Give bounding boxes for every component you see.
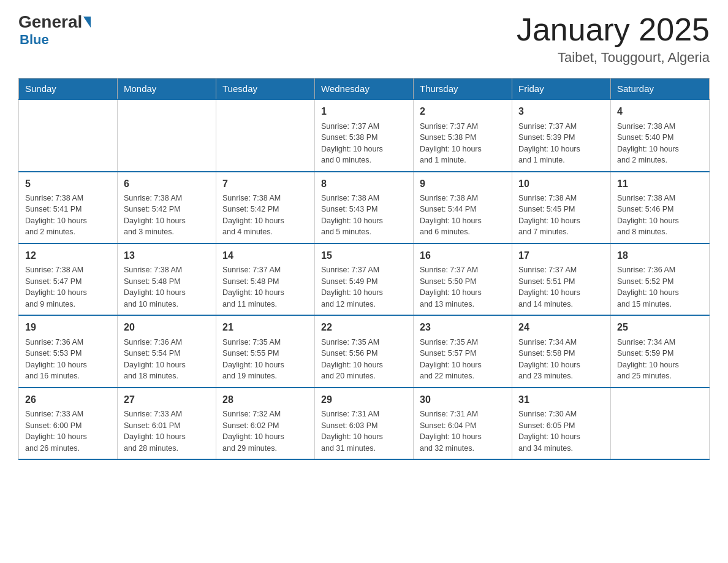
day-info: Sunrise: 7:38 AM Sunset: 5:47 PM Dayligh… (25, 266, 87, 308)
day-info: Sunrise: 7:38 AM Sunset: 5:44 PM Dayligh… (420, 194, 482, 237)
calendar-cell: 21Sunrise: 7:35 AM Sunset: 5:55 PM Dayli… (216, 315, 315, 387)
calendar-cell: 19Sunrise: 7:36 AM Sunset: 5:53 PM Dayli… (19, 315, 118, 387)
day-info: Sunrise: 7:32 AM Sunset: 6:02 PM Dayligh… (222, 410, 284, 453)
calendar-cell: 11Sunrise: 7:38 AM Sunset: 5:46 PM Dayli… (611, 172, 710, 243)
day-number: 26 (25, 393, 111, 407)
day-info: Sunrise: 7:37 AM Sunset: 5:50 PM Dayligh… (420, 266, 482, 308)
day-info: Sunrise: 7:33 AM Sunset: 6:00 PM Dayligh… (25, 410, 87, 453)
calendar-cell: 18Sunrise: 7:36 AM Sunset: 5:52 PM Dayli… (611, 243, 710, 315)
day-info: Sunrise: 7:37 AM Sunset: 5:38 PM Dayligh… (321, 122, 383, 165)
logo-blue-text: Blue (20, 32, 49, 48)
calendar-cell: 5Sunrise: 7:38 AM Sunset: 5:41 PM Daylig… (19, 172, 118, 243)
day-number: 21 (222, 321, 308, 334)
day-number: 3 (518, 105, 604, 118)
day-number: 29 (321, 393, 407, 407)
day-info: Sunrise: 7:35 AM Sunset: 5:57 PM Dayligh… (420, 338, 482, 381)
day-info: Sunrise: 7:35 AM Sunset: 5:55 PM Dayligh… (222, 338, 284, 381)
day-number: 18 (617, 249, 703, 262)
day-number: 30 (420, 393, 506, 407)
calendar-body: 1Sunrise: 7:37 AM Sunset: 5:38 PM Daylig… (19, 99, 710, 459)
calendar-cell: 23Sunrise: 7:35 AM Sunset: 5:57 PM Dayli… (414, 315, 512, 387)
day-number: 15 (321, 249, 407, 262)
calendar-cell: 6Sunrise: 7:38 AM Sunset: 5:42 PM Daylig… (118, 172, 216, 243)
day-info: Sunrise: 7:37 AM Sunset: 5:49 PM Dayligh… (321, 266, 383, 308)
day-info: Sunrise: 7:38 AM Sunset: 5:46 PM Dayligh… (617, 194, 679, 237)
day-number: 22 (321, 321, 407, 334)
day-number: 5 (25, 177, 111, 191)
calendar-cell: 31Sunrise: 7:30 AM Sunset: 6:05 PM Dayli… (512, 388, 611, 459)
day-info: Sunrise: 7:30 AM Sunset: 6:05 PM Dayligh… (518, 410, 580, 453)
calendar-cell: 4Sunrise: 7:38 AM Sunset: 5:40 PM Daylig… (611, 99, 710, 171)
day-of-week-header: Thursday (414, 79, 512, 100)
location-title: Taibet, Touggourt, Algeria (517, 50, 710, 66)
day-number: 11 (617, 177, 703, 191)
day-info: Sunrise: 7:38 AM Sunset: 5:45 PM Dayligh… (518, 194, 580, 237)
day-number: 13 (124, 249, 210, 262)
calendar-cell: 10Sunrise: 7:38 AM Sunset: 5:45 PM Dayli… (512, 172, 611, 243)
calendar-week-row: 26Sunrise: 7:33 AM Sunset: 6:00 PM Dayli… (19, 388, 710, 459)
day-of-week-header: Saturday (611, 79, 710, 100)
calendar-cell: 8Sunrise: 7:38 AM Sunset: 5:43 PM Daylig… (315, 172, 414, 243)
title-section: January 2025 Taibet, Touggourt, Algeria (517, 12, 710, 66)
day-number: 28 (222, 393, 308, 407)
logo-general-text: General (18, 12, 82, 32)
day-info: Sunrise: 7:33 AM Sunset: 6:01 PM Dayligh… (124, 410, 186, 453)
day-info: Sunrise: 7:38 AM Sunset: 5:42 PM Dayligh… (124, 194, 186, 237)
day-number: 31 (518, 393, 604, 407)
calendar-week-row: 5Sunrise: 7:38 AM Sunset: 5:41 PM Daylig… (19, 172, 710, 243)
calendar-cell (19, 99, 118, 171)
calendar-cell (118, 99, 216, 171)
page-header: General Blue January 2025 Taibet, Touggo… (18, 12, 710, 66)
calendar-cell (216, 99, 315, 171)
day-info: Sunrise: 7:38 AM Sunset: 5:43 PM Dayligh… (321, 194, 383, 237)
day-info: Sunrise: 7:34 AM Sunset: 5:59 PM Dayligh… (617, 338, 679, 381)
day-info: Sunrise: 7:36 AM Sunset: 5:52 PM Dayligh… (617, 266, 679, 308)
day-of-week-header: Friday (512, 79, 611, 100)
day-number: 23 (420, 321, 506, 334)
calendar-cell: 24Sunrise: 7:34 AM Sunset: 5:58 PM Dayli… (512, 315, 611, 387)
calendar-header-row: SundayMondayTuesdayWednesdayThursdayFrid… (19, 79, 710, 100)
day-info: Sunrise: 7:38 AM Sunset: 5:48 PM Dayligh… (124, 266, 186, 308)
day-info: Sunrise: 7:36 AM Sunset: 5:54 PM Dayligh… (124, 338, 186, 381)
day-info: Sunrise: 7:38 AM Sunset: 5:42 PM Dayligh… (222, 194, 284, 237)
calendar-cell: 16Sunrise: 7:37 AM Sunset: 5:50 PM Dayli… (414, 243, 512, 315)
day-number: 17 (518, 249, 604, 262)
day-info: Sunrise: 7:36 AM Sunset: 5:53 PM Dayligh… (25, 338, 87, 381)
day-number: 9 (420, 177, 506, 191)
day-number: 24 (518, 321, 604, 334)
calendar-cell: 7Sunrise: 7:38 AM Sunset: 5:42 PM Daylig… (216, 172, 315, 243)
calendar-week-row: 12Sunrise: 7:38 AM Sunset: 5:47 PM Dayli… (19, 243, 710, 315)
calendar-cell: 2Sunrise: 7:37 AM Sunset: 5:38 PM Daylig… (414, 99, 512, 171)
calendar-cell: 25Sunrise: 7:34 AM Sunset: 5:59 PM Dayli… (611, 315, 710, 387)
day-number: 12 (25, 249, 111, 262)
day-number: 19 (25, 321, 111, 334)
day-number: 6 (124, 177, 210, 191)
calendar-week-row: 19Sunrise: 7:36 AM Sunset: 5:53 PM Dayli… (19, 315, 710, 387)
day-info: Sunrise: 7:37 AM Sunset: 5:48 PM Dayligh… (222, 266, 284, 308)
calendar-cell: 13Sunrise: 7:38 AM Sunset: 5:48 PM Dayli… (118, 243, 216, 315)
calendar-cell (611, 388, 710, 459)
calendar-cell: 9Sunrise: 7:38 AM Sunset: 5:44 PM Daylig… (414, 172, 512, 243)
day-info: Sunrise: 7:35 AM Sunset: 5:56 PM Dayligh… (321, 338, 383, 381)
calendar-cell: 15Sunrise: 7:37 AM Sunset: 5:49 PM Dayli… (315, 243, 414, 315)
logo: General Blue (18, 12, 92, 48)
day-number: 14 (222, 249, 308, 262)
day-info: Sunrise: 7:34 AM Sunset: 5:58 PM Dayligh… (518, 338, 580, 381)
logo-arrow-icon (83, 17, 91, 28)
calendar-cell: 17Sunrise: 7:37 AM Sunset: 5:51 PM Dayli… (512, 243, 611, 315)
calendar-cell: 14Sunrise: 7:37 AM Sunset: 5:48 PM Dayli… (216, 243, 315, 315)
calendar-cell: 1Sunrise: 7:37 AM Sunset: 5:38 PM Daylig… (315, 99, 414, 171)
calendar-cell: 28Sunrise: 7:32 AM Sunset: 6:02 PM Dayli… (216, 388, 315, 459)
day-number: 20 (124, 321, 210, 334)
day-of-week-header: Sunday (19, 79, 118, 100)
calendar-cell: 22Sunrise: 7:35 AM Sunset: 5:56 PM Dayli… (315, 315, 414, 387)
day-of-week-header: Tuesday (216, 79, 315, 100)
calendar-cell: 27Sunrise: 7:33 AM Sunset: 6:01 PM Dayli… (118, 388, 216, 459)
day-number: 10 (518, 177, 604, 191)
day-number: 4 (617, 105, 703, 118)
calendar-week-row: 1Sunrise: 7:37 AM Sunset: 5:38 PM Daylig… (19, 99, 710, 171)
calendar-cell: 29Sunrise: 7:31 AM Sunset: 6:03 PM Dayli… (315, 388, 414, 459)
day-info: Sunrise: 7:37 AM Sunset: 5:39 PM Dayligh… (518, 122, 580, 165)
calendar-cell: 26Sunrise: 7:33 AM Sunset: 6:00 PM Dayli… (19, 388, 118, 459)
calendar-cell: 20Sunrise: 7:36 AM Sunset: 5:54 PM Dayli… (118, 315, 216, 387)
